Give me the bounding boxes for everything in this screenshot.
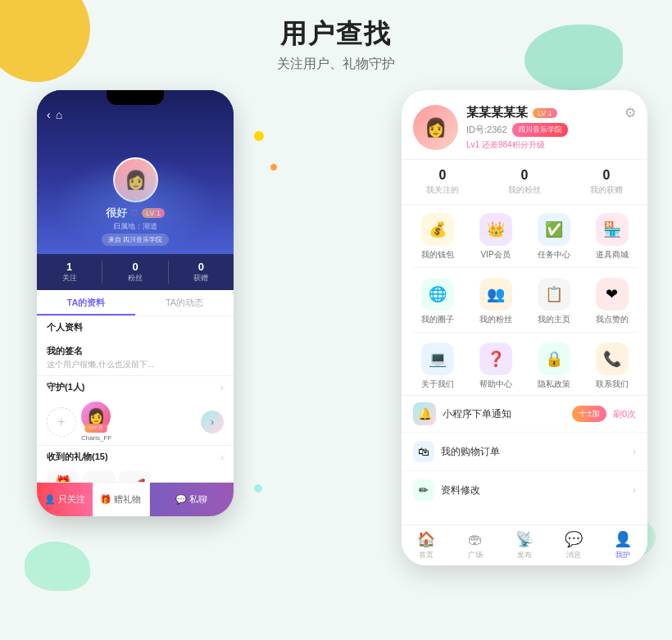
profile-edit-list-item[interactable]: ✏ 资料修改 › (402, 470, 647, 509)
privacy-label: 隐私政策 (538, 379, 570, 390)
menu-shop[interactable]: 🏪 道具商城 (583, 213, 641, 261)
orders-chevron: › (633, 446, 636, 457)
left-stat-follow: 1 关注 (37, 261, 102, 284)
tasks-label: 任务中心 (538, 249, 570, 261)
right-user-info: 某某某某某 LV 1 ID号:2362 四川音乐学院 Lv1 还差984积分升级 (466, 105, 636, 151)
tasks-icon: ✅ (538, 213, 570, 246)
menu-fans[interactable]: 👥 我的粉丝 (466, 278, 524, 325)
chat-icon: 💬 (175, 494, 187, 505)
contact-icon: 📞 (596, 343, 629, 375)
left-profile-area: 👩 很好 ♡ LV 1 归属地：湖道 来自 四川音乐学院 (37, 157, 234, 246)
chat-button[interactable]: 💬 私聊 (150, 483, 234, 516)
left-tabs: TA的资料 TA的动态 (37, 290, 234, 316)
nav-back-button[interactable]: ‹ (47, 108, 51, 121)
menu-help[interactable]: ❓ 帮助中心 (466, 343, 524, 390)
gifts-chevron[interactable]: › (220, 452, 224, 463)
vip-label: VIP会员 (480, 249, 510, 261)
left-phone-header: ‹ ⌂ 👩 很好 ♡ LV 1 归属地：湖道 来自 四川音乐学院 (37, 90, 234, 254)
menu-about[interactable]: 💻 关于我们 (408, 343, 466, 390)
gift-icon: 🎁 (100, 494, 111, 505)
guard-scroll-button[interactable]: › (201, 411, 224, 433)
menu-homepage[interactable]: 📋 我的主页 (524, 278, 583, 325)
settings-icon[interactable]: ⚙ (624, 105, 636, 120)
left-sig-content: 这个用户很懒,什么也没留下... (47, 359, 224, 370)
right-school-badge: 四川音乐学院 (512, 123, 568, 137)
orders-list-item[interactable]: 🛍 我的购物订单 › (402, 432, 647, 470)
right-stat-follow: 0 我关注的 (402, 168, 484, 196)
notification-add-button[interactable]: 十±加 (572, 406, 606, 422)
nav-profile[interactable]: 👤 我护 (598, 530, 647, 561)
menu-circle[interactable]: 🌐 我的圈子 (408, 278, 466, 325)
right-menu-row2: 🌐 我的圈子 👥 我的粉丝 📋 我的主页 ❤ 我点赞的 (402, 270, 647, 330)
left-stat-award: 0 获赠 (169, 261, 234, 284)
help-icon: ❓ (479, 343, 512, 375)
follow-icon: 👤 (44, 494, 56, 505)
guard-month-badge: 12个月 (85, 424, 107, 433)
wallet-label: 我的钱包 (421, 249, 454, 261)
follow-button[interactable]: 👤 只关注 (37, 483, 93, 516)
left-name-row: 很好 ♡ LV 1 (106, 206, 165, 220)
menu-divider1 (413, 267, 636, 268)
phone-notch-left (107, 90, 164, 105)
left-profile-section: 个人资料 (37, 316, 234, 340)
right-avatar: 👩 (413, 105, 458, 150)
left-award-num: 0 (169, 261, 234, 273)
nav-home[interactable]: 🏠 首页 (402, 530, 451, 561)
right-phone: ⚙ 👩 某某某某某 LV 1 ID号:2362 四川音乐学院 Lv1 还差984… (402, 90, 647, 565)
orders-icon: 🛍 (413, 441, 434, 462)
left-tab-activity[interactable]: TA的动态 (135, 297, 234, 315)
left-follow-label: 关注 (37, 273, 102, 284)
nav-profile-label: 我护 (615, 550, 630, 561)
nav-home-icon[interactable]: ⌂ (56, 108, 62, 121)
nav-message-label: 消息 (566, 550, 581, 561)
menu-privacy[interactable]: 🔒 隐私政策 (524, 343, 583, 390)
nav-publish-label: 发布 (517, 550, 532, 561)
menu-liked[interactable]: ❤ 我点赞的 (583, 278, 641, 325)
guard-avatars-row: + 👩 12个月 Charis_FF › (37, 398, 234, 445)
nav-publish-icon: 📡 (515, 530, 534, 548)
left-gifts-header: 收到的礼物(15) › (37, 445, 234, 468)
guard-username: Charis_FF (81, 434, 111, 442)
nav-home-icon: 🏠 (417, 530, 435, 548)
chat-label: 私聊 (189, 493, 207, 506)
left-award-label: 获赠 (169, 273, 234, 284)
nav-message[interactable]: 💬 消息 (549, 530, 598, 561)
menu-tasks[interactable]: ✅ 任务中心 (524, 213, 583, 261)
guard-chevron[interactable]: › (220, 382, 224, 393)
help-label: 帮助中心 (479, 379, 512, 390)
liked-label: 我点赞的 (596, 314, 629, 325)
menu-vip[interactable]: 👑 VIP会员 (466, 213, 524, 261)
guard-add-button[interactable]: + (47, 407, 76, 437)
left-action-bar: 👤 只关注 🎁 赠礼物 💬 私聊 (37, 482, 234, 516)
profile-edit-chevron: › (633, 484, 636, 496)
right-phone-header: 👩 某某某某某 LV 1 ID号:2362 四川音乐学院 Lv1 还差984积分… (402, 90, 647, 160)
deco-dot3 (254, 484, 262, 492)
left-sig-section: 我的签名 这个用户很懒,什么也没留下... (37, 340, 234, 375)
right-menu-row1: 💰 我的钱包 👑 VIP会员 ✅ 任务中心 🏪 道具商城 (402, 205, 647, 266)
left-fans-label: 粉丝 (102, 273, 167, 284)
right-level-text: Lv1 还差984积分升级 (466, 140, 545, 149)
menu-wallet[interactable]: 💰 我的钱包 (408, 213, 466, 261)
nav-publish[interactable]: 📡 发布 (500, 530, 549, 561)
right-stats-row: 0 我关注的 0 我的粉丝 0 我的获赠 (402, 160, 647, 205)
nav-plaza[interactable]: 🏟 广场 (451, 531, 500, 561)
right-username: 某某某某某 (466, 105, 528, 120)
contact-label: 联系我们 (596, 379, 629, 390)
right-bottom-nav: 🏠 首页 🏟 广场 📡 发布 💬 消息 👤 我护 (402, 524, 647, 565)
follow-label: 只关注 (58, 493, 85, 506)
left-school-badge: 来自 四川音乐学院 (102, 234, 169, 246)
notification-label: 小程序下单通知 (443, 407, 565, 421)
fans-label: 我的粉丝 (479, 314, 512, 325)
gift-button[interactable]: 🎁 赠礼物 (93, 483, 149, 516)
left-username: 很好 (106, 206, 127, 220)
left-tab-profile[interactable]: TA的资料 (37, 297, 135, 315)
menu-contact[interactable]: 📞 联系我们 (583, 343, 641, 390)
left-stats-row: 1 关注 0 粉丝 0 获赠 (37, 254, 234, 290)
menu-divider2 (413, 332, 636, 333)
shop-icon: 🏪 (596, 213, 629, 246)
right-name-row: 某某某某某 LV 1 (466, 105, 636, 120)
right-stat-award: 0 我的获赠 (565, 168, 647, 196)
notification-count: 刷0次 (613, 408, 636, 420)
right-user-id: ID号:2362 (466, 124, 507, 136)
left-stat-fans: 0 粉丝 (102, 261, 167, 284)
